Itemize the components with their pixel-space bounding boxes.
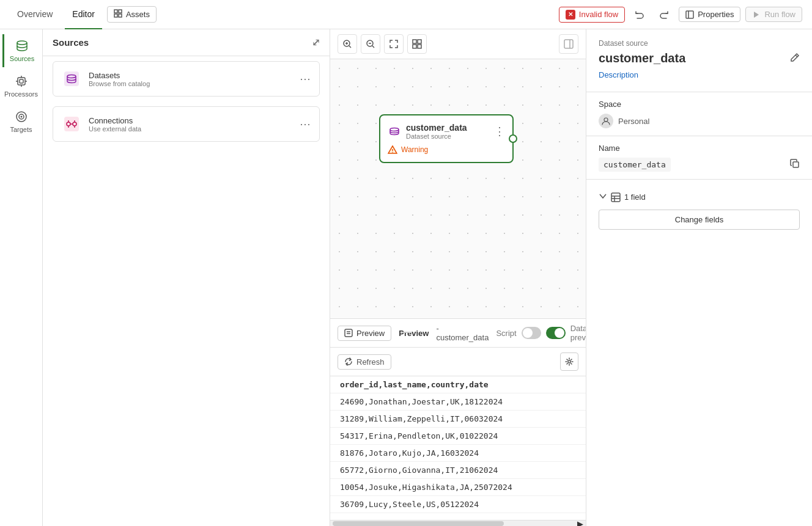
svg-point-7 xyxy=(17,41,27,45)
assets-label: Assets xyxy=(126,10,150,19)
toggle-group: Script Data preview xyxy=(496,324,586,342)
space-value-row: Personal xyxy=(599,114,800,128)
sources-panel: Sources ⤢ Datasets Browse from catalog xyxy=(43,29,330,526)
grid-button[interactable] xyxy=(407,34,427,54)
canvas-content[interactable]: customer_data Dataset source ⋮ Warning xyxy=(330,59,586,318)
warning-label: Warning xyxy=(401,145,428,154)
zoom-in-button[interactable] xyxy=(338,34,357,54)
svg-rect-46 xyxy=(793,162,799,167)
data-row: 65772,Giorno,Giovanna,IT,21062024 xyxy=(330,462,586,479)
data-row: 31289,William,Zeppelli,IT,06032024 xyxy=(330,411,586,428)
svg-rect-2 xyxy=(114,14,117,17)
fields-collapse: 1 field xyxy=(586,192,812,202)
canvas-preview-container: customer_data Dataset source ⋮ Warning xyxy=(330,29,586,526)
node-warning: Warning xyxy=(388,145,505,155)
data-row: 36709,Lucy,Steele,US,05122024 xyxy=(330,496,586,513)
sidebar-item-processors[interactable]: Processors xyxy=(2,70,40,103)
preview-section: Preview Preview - customer_data Script D… xyxy=(330,318,586,526)
tab-overview[interactable]: Overview xyxy=(10,0,60,29)
name-field-row: Name xyxy=(599,144,800,153)
refresh-button[interactable]: Refresh xyxy=(338,354,391,370)
redo-button[interactable] xyxy=(654,5,674,24)
chevron-down-icon xyxy=(599,192,607,202)
fields-count: 1 field xyxy=(624,192,646,202)
edit-icon[interactable] xyxy=(790,53,800,64)
copy-icon[interactable] xyxy=(790,159,800,170)
dataset-source-label: Dataset source xyxy=(599,39,800,48)
svg-point-36 xyxy=(390,128,399,131)
data-row: 24690,Jonathan,Joestar,UK,18122024 xyxy=(330,393,586,411)
datasets-icon xyxy=(62,69,81,89)
datasets-more-icon[interactable]: ⋯ xyxy=(300,72,311,86)
preview-header: Preview Preview - customer_data Script D… xyxy=(330,319,586,348)
node-dataset-icon xyxy=(388,125,401,138)
sidebar-item-targets[interactable]: Targets xyxy=(2,105,40,138)
run-flow-button[interactable]: Run flow xyxy=(745,7,802,22)
fit-button[interactable] xyxy=(384,34,404,54)
data-row: 81876,Jotaro,Kujo,JA,16032024 xyxy=(330,445,586,462)
data-row: order_id,last_name,country,date xyxy=(330,376,586,393)
assets-icon xyxy=(114,9,122,20)
data-preview-toggle[interactable] xyxy=(546,327,566,339)
scrollbar-thumb[interactable] xyxy=(333,521,504,526)
svg-rect-31 xyxy=(418,40,421,43)
fields-row[interactable]: 1 field xyxy=(599,192,800,202)
svg-rect-33 xyxy=(418,45,421,48)
svg-rect-34 xyxy=(564,40,573,48)
space-value: Personal xyxy=(618,117,649,126)
sidebar-item-sources[interactable]: Sources xyxy=(2,34,40,67)
data-row: 10054,Josuke,Higashikata,JA,25072024 xyxy=(330,479,586,496)
right-panel: Dataset source customer_data Description… xyxy=(586,29,812,526)
tab-editor[interactable]: Editor xyxy=(65,0,102,29)
divider-1 xyxy=(586,92,812,92)
collapse-sources-icon[interactable]: ⤢ xyxy=(312,37,320,48)
datasets-info: Datasets Browse from catalog xyxy=(89,71,150,87)
datasets-card[interactable]: Datasets Browse from catalog ⋯ xyxy=(53,61,320,97)
svg-line-44 xyxy=(795,55,797,57)
script-label: Script xyxy=(496,329,516,338)
main-layout: Sources Processors Targets Source xyxy=(0,29,812,526)
description-label[interactable]: Description xyxy=(599,70,800,79)
svg-rect-17 xyxy=(64,71,79,86)
sidebar-icons: Sources Processors Targets xyxy=(0,29,43,526)
node-more-icon[interactable]: ⋮ xyxy=(494,125,505,138)
invalid-flow-badge: ✕ Invalid flow xyxy=(559,7,625,23)
zoom-out-button[interactable] xyxy=(361,34,380,54)
svg-marker-6 xyxy=(754,12,759,18)
svg-rect-0 xyxy=(114,10,117,13)
scroll-right-arrow[interactable]: ▶ xyxy=(577,521,583,526)
svg-rect-8 xyxy=(18,78,25,85)
canvas-collapse-button[interactable] xyxy=(559,34,578,54)
script-toggle[interactable] xyxy=(522,327,541,339)
svg-rect-9 xyxy=(20,79,23,83)
assets-button[interactable]: Assets xyxy=(107,6,157,23)
flow-node-customer-data[interactable]: customer_data Dataset source ⋮ Warning xyxy=(379,114,514,163)
svg-point-38 xyxy=(392,152,393,153)
settings-button[interactable] xyxy=(560,352,578,371)
properties-button[interactable]: Properties xyxy=(679,7,740,22)
warning-icon xyxy=(388,145,397,155)
dataset-name-row: customer_data xyxy=(599,51,800,65)
name-label: Name xyxy=(599,144,620,153)
change-fields-button[interactable]: Change fields xyxy=(599,210,800,230)
connections-icon xyxy=(62,114,81,134)
preview-btn-label: Preview xyxy=(356,329,385,338)
drag-handle xyxy=(399,329,413,338)
node-connector[interactable] xyxy=(509,134,517,143)
svg-rect-39 xyxy=(345,329,352,337)
dataset-name: customer_data xyxy=(599,51,685,65)
node-title: customer_data xyxy=(406,123,467,133)
table-icon xyxy=(611,192,621,202)
connections-info: Connections Use external data xyxy=(89,116,141,133)
horizontal-scrollbar[interactable]: ▶ xyxy=(330,520,586,526)
preview-data: order_id,last_name,country,date24690,Jon… xyxy=(330,376,586,520)
datasets-title: Datasets xyxy=(89,71,150,80)
connections-card[interactable]: Connections Use external data ⋯ xyxy=(53,106,320,142)
connections-more-icon[interactable]: ⋯ xyxy=(300,117,311,131)
canvas-area: customer_data Dataset source ⋮ Warning xyxy=(330,29,586,526)
svg-line-28 xyxy=(372,46,374,48)
svg-rect-1 xyxy=(119,10,122,13)
node-header: customer_data Dataset source ⋮ xyxy=(388,123,505,140)
undo-button[interactable] xyxy=(630,5,649,24)
preview-button[interactable]: Preview xyxy=(338,326,391,341)
